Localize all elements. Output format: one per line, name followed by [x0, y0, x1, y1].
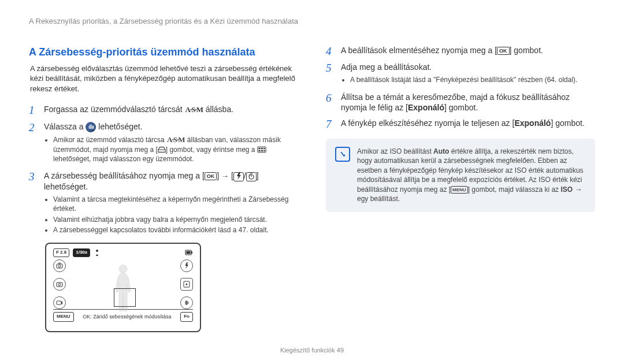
- step-number: 5: [326, 62, 335, 87]
- svg-rect-10: [191, 251, 192, 254]
- svg-point-15: [58, 283, 61, 285]
- text-fragment: A fénykép elkészítéséhez nyomja le telje…: [341, 118, 514, 128]
- step-number: 4: [326, 45, 335, 58]
- step-number: 7: [326, 118, 335, 131]
- menu-icon: MENU: [451, 186, 468, 194]
- step-3: 3 A zársebesség beállításához nyomja meg…: [29, 170, 298, 237]
- mode-circle-icon: [86, 122, 96, 132]
- battery-icon: [185, 249, 193, 256]
- figure-caption: OK: Záridő sebességének módosítása: [79, 313, 176, 320]
- text-fragment: állásba.: [203, 105, 233, 114]
- text-fragment: A zársebesség beállításához nyomja meg a…: [44, 171, 205, 180]
- svg-rect-5: [261, 150, 263, 151]
- step-number: 3: [29, 170, 38, 237]
- step-bullet: A beállítások listáját lásd a "Fényképez…: [350, 75, 595, 84]
- breadcrumb: A Rekesznyílás prioritás, a Zársebesség …: [29, 16, 595, 27]
- mode-icon: [53, 259, 66, 272]
- text-fragment: ] gombot.: [551, 118, 584, 128]
- text-fragment: Válassza a: [44, 122, 86, 131]
- step-bullet: Valamint elhúzhatja jobbra vagy balra a …: [53, 215, 298, 224]
- step-number: 1: [29, 104, 38, 117]
- right-column: 4 A beállítások elmentéséhez nyomja meg …: [326, 45, 595, 332]
- step-text: A fénykép elkészítéséhez nyomja le telje…: [341, 118, 585, 128]
- svg-rect-4: [258, 150, 260, 151]
- arrow-icon: →: [221, 172, 229, 180]
- panel-icon: [257, 146, 266, 153]
- bold-term: ISO: [560, 185, 573, 194]
- note-text: Amikor az ISO beállítást Auto értékre ál…: [357, 147, 586, 203]
- timer-icon: [246, 172, 257, 181]
- step-7: 7 A fénykép elkészítéséhez nyomja le tel…: [326, 118, 595, 131]
- section-heading: A Zársebesség-prioritás üzemmód használa…: [29, 45, 298, 59]
- bold-term: Exponáló: [408, 103, 444, 112]
- svg-rect-3: [263, 148, 265, 149]
- text-fragment: Amikor az üzemmód választó tárcsa: [53, 136, 166, 144]
- step-bullet: A zársebességgel kapcsolatos további inf…: [53, 225, 298, 235]
- svg-rect-6: [263, 150, 265, 151]
- step-4: 4 A beállítások elmentéséhez nyomja meg …: [326, 45, 595, 58]
- text-fragment: ] gombot.: [510, 46, 543, 55]
- text-fragment: ] gombot, vagy érintse meg a: [166, 146, 257, 154]
- asm-icon: A·S·M: [166, 135, 185, 145]
- svg-point-13: [58, 265, 61, 267]
- text-fragment: egy beállítást.: [357, 195, 400, 203]
- step-1: 1 Forgassa az üzemmódválasztó tárcsát A·…: [29, 104, 298, 117]
- person-thumb-icon: [94, 248, 107, 257]
- text-fragment: Forgassa az üzemmódválasztó tárcsát: [44, 105, 185, 114]
- step-text: Állítsa be a témát a keresőmezőbe, majd …: [341, 92, 570, 113]
- fn-label: Fn: [180, 312, 193, 322]
- metering-icon: [180, 278, 193, 291]
- page-footer: Kiegészítő funkciók 49: [29, 346, 595, 355]
- step-2: 2 Válassza a lehetőséget. Amikor az üzem…: [29, 121, 298, 166]
- svg-rect-11: [187, 251, 191, 254]
- note-box: Amikor az ISO beállítást Auto értékre ál…: [326, 139, 595, 211]
- step-5: 5 Adja meg a beállításokat. A beállításo…: [326, 62, 595, 87]
- camera-screen-figure: F 2.8 1/30s: [45, 243, 201, 332]
- ok-icon: OK: [497, 47, 510, 55]
- step-text: A zársebesség beállításához nyomja meg a…: [44, 171, 259, 191]
- text-fragment: A beállítások elmentéséhez nyomja meg a …: [341, 46, 497, 55]
- menu-label: MENU: [53, 312, 74, 322]
- step-text: Válassza a lehetőséget.: [44, 122, 143, 131]
- svg-point-8: [96, 250, 98, 252]
- svg-point-19: [119, 265, 127, 273]
- text-fragment: lehetőséget, majd válasszon egy üzemmódo…: [53, 155, 194, 163]
- step-6: 6 Állítsa be a témát a keresőmezőbe, maj…: [326, 92, 595, 114]
- mode-icon: [53, 278, 66, 291]
- flash-status-icon: [180, 259, 193, 272]
- text-fragment: Amikor az ISO beállítást: [357, 147, 433, 155]
- text-fragment: ] gombot.: [444, 103, 478, 112]
- svg-rect-16: [57, 301, 61, 304]
- step-text: A beállítások elmentéséhez nyomja meg a …: [341, 46, 543, 55]
- shutter-value: 1/30s: [73, 248, 90, 257]
- focus-frame: [114, 288, 136, 307]
- flash-icon: [233, 172, 244, 181]
- svg-rect-2: [261, 148, 263, 149]
- svg-rect-1: [258, 148, 260, 149]
- step-number: 6: [326, 92, 335, 114]
- bold-term: Exponáló: [514, 118, 551, 128]
- svg-rect-0: [258, 147, 266, 153]
- mode-icon: [53, 296, 66, 309]
- step-text: Forgassa az üzemmódválasztó tárcsát A·S·…: [44, 105, 233, 114]
- svg-point-18: [186, 283, 188, 285]
- drawer-icon: [158, 146, 166, 153]
- stabilizer-icon: [180, 296, 193, 309]
- step-bullet: Amikor az üzemmód választó tárcsa A·S·M …: [53, 135, 298, 164]
- aperture-value: F 2.8: [53, 248, 69, 257]
- note-icon: [335, 147, 350, 162]
- left-column: A Zársebesség-prioritás üzemmód használa…: [29, 45, 298, 332]
- arrow-icon: →: [574, 185, 582, 194]
- bold-term: Auto: [433, 147, 449, 155]
- ok-icon: OK: [205, 172, 217, 180]
- step-number: 2: [29, 121, 38, 166]
- step-bullet: Valamint a tárcsa megtekintéséhez a képe…: [53, 195, 298, 213]
- text-fragment: ] gombot, majd válassza ki az: [468, 185, 561, 194]
- text-fragment: lehetőséget.: [98, 122, 142, 131]
- intro-text: A zársebesség előválasztás üzemmód lehet…: [29, 64, 298, 94]
- step-text: Adja meg a beállításokat.: [341, 62, 432, 72]
- asm-icon: A·S·M: [185, 105, 203, 115]
